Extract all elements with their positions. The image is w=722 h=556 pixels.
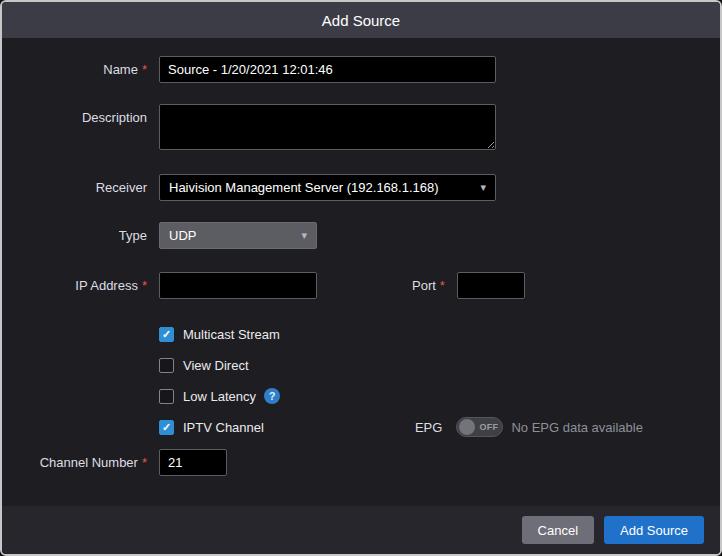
required-marker: * — [142, 62, 147, 77]
channel-number-label: Channel Number — [40, 455, 138, 470]
port-label: Port — [412, 278, 436, 293]
epg-label: EPG — [415, 420, 442, 435]
check-icon: ✓ — [162, 329, 171, 340]
multicast-stream-row: ✓ Multicast Stream — [159, 325, 720, 343]
toggle-knob-icon — [459, 419, 475, 435]
receiver-label-col: Receiver — [2, 180, 147, 195]
iptv-channel-checkbox[interactable]: ✓ — [159, 420, 174, 435]
ip-address-input[interactable] — [159, 272, 317, 299]
dialog-titlebar: Add Source — [2, 2, 720, 38]
dialog-body: Name * Description Receiver Haivision Ma… — [2, 38, 720, 476]
name-input[interactable] — [159, 56, 496, 83]
low-latency-label: Low Latency — [183, 389, 256, 404]
channel-number-label-col: Channel Number * — [2, 455, 147, 470]
dialog-footer: Cancel Add Source — [2, 506, 720, 554]
name-label-col: Name * — [2, 62, 147, 77]
type-label: Type — [119, 228, 147, 243]
add-source-button[interactable]: Add Source — [604, 516, 704, 544]
type-row: Type UDP ▾ — [2, 222, 720, 249]
view-direct-row: ✓ View Direct — [159, 356, 720, 374]
view-direct-checkbox[interactable]: ✓ — [159, 358, 174, 373]
port-group: Port * — [412, 272, 525, 299]
receiver-label: Receiver — [96, 180, 147, 195]
required-marker: * — [440, 278, 445, 293]
epg-toggle-state: OFF — [479, 422, 498, 432]
description-row: Description — [2, 104, 720, 150]
name-row: Name * — [2, 56, 720, 83]
help-icon[interactable]: ? — [264, 388, 280, 404]
low-latency-row: ✓ Low Latency ? — [159, 387, 720, 405]
receiver-select[interactable]: Haivision Management Server (192.168.1.1… — [159, 174, 496, 201]
iptv-channel-label: IPTV Channel — [183, 420, 264, 435]
receiver-selected-value: Haivision Management Server (192.168.1.1… — [169, 180, 439, 195]
chevron-down-icon: ▾ — [480, 181, 486, 194]
ip-port-row: IP Address * Port * — [2, 272, 720, 299]
ip-address-label-col: IP Address * — [2, 278, 147, 293]
epg-toggle[interactable]: OFF — [456, 417, 503, 437]
required-marker: * — [142, 455, 147, 470]
receiver-row: Receiver Haivision Management Server (19… — [2, 174, 720, 201]
type-select[interactable]: UDP ▾ — [159, 222, 317, 249]
channel-number-row: Channel Number * — [2, 449, 720, 476]
type-selected-value: UDP — [169, 228, 196, 243]
dialog-title: Add Source — [322, 12, 400, 29]
ip-address-label: IP Address — [75, 278, 138, 293]
epg-group: EPG OFF No EPG data available — [415, 417, 643, 437]
multicast-stream-label: Multicast Stream — [183, 327, 280, 342]
add-source-dialog: Add Source Name * Description Receiver H… — [0, 0, 722, 556]
iptv-channel-row: ✓ IPTV Channel EPG OFF No EPG data avail… — [159, 418, 720, 436]
chevron-down-icon: ▾ — [301, 229, 307, 242]
required-marker: * — [142, 278, 147, 293]
view-direct-label: View Direct — [183, 358, 249, 373]
type-label-col: Type — [2, 228, 147, 243]
port-input[interactable] — [457, 272, 525, 299]
multicast-stream-checkbox[interactable]: ✓ — [159, 327, 174, 342]
epg-status-text: No EPG data available — [511, 420, 643, 435]
description-label-col: Description — [2, 110, 147, 125]
check-icon: ✓ — [162, 422, 171, 433]
low-latency-checkbox[interactable]: ✓ — [159, 389, 174, 404]
channel-number-input[interactable] — [159, 449, 227, 476]
name-label: Name — [103, 62, 138, 77]
description-label: Description — [82, 110, 147, 125]
description-textarea[interactable] — [159, 104, 496, 150]
cancel-button[interactable]: Cancel — [522, 516, 594, 544]
